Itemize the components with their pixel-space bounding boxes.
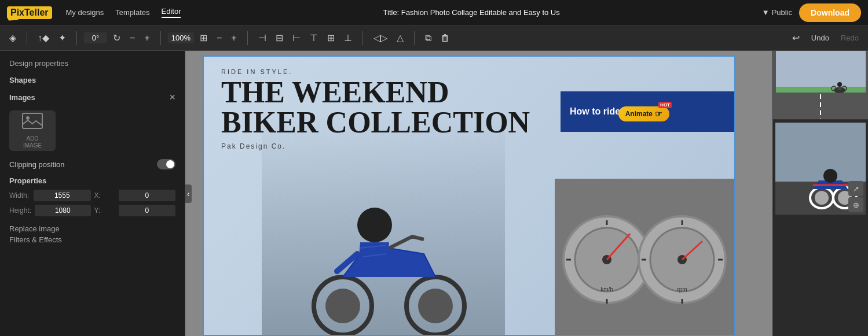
layer-order-group: ↑◆ ✦ — [34, 30, 69, 46]
toolbar-separator-5 — [362, 31, 363, 45]
speedometer-svg: km/h rpm — [555, 179, 734, 335]
chevron-down-icon: ▼ — [762, 8, 770, 17]
title-text: Fashion Photo Collage Editable and Easy … — [401, 8, 560, 17]
undo-label[interactable]: Undo — [808, 32, 833, 43]
title-line2: BIKER COLLECTION — [221, 108, 530, 138]
flip-v-icon[interactable]: △ — [393, 30, 407, 46]
toolbar: ◈ ↑◆ ✦ 0° ↻ − + 100% ⊞ − + ⊣ ⊟ ⊢ ⊤ ⊞ ⊥ ◁… — [0, 25, 868, 51]
add-to-collection-icon[interactable]: ⊕ — [848, 197, 863, 212]
shapes-label[interactable]: Shapes — [0, 72, 185, 88]
flip-h-icon[interactable]: ◁▷ — [370, 30, 391, 46]
redo-label[interactable]: Redo — [837, 32, 862, 43]
toolbar-separator-3 — [160, 31, 161, 45]
images-header: Images × — [0, 88, 185, 107]
moto-road-svg — [776, 51, 866, 119]
toolbar-separator-1 — [27, 31, 27, 45]
align-group: ⊣ ⊟ ⊢ ⊤ ⊞ ⊥ — [255, 30, 356, 46]
rotation-plus[interactable]: + — [141, 31, 153, 46]
add-image-button[interactable]: ADD IMAGE — [9, 110, 56, 151]
right-panel: ↗ ⊕ — [772, 51, 868, 336]
close-icon[interactable]: × — [169, 91, 175, 104]
logo-text: PixTeller — [10, 8, 49, 17]
svg-text:km/h: km/h — [600, 286, 613, 293]
properties-section: Properties Width: 1555 X: 0 Height: 1080… — [0, 174, 185, 219]
right-panel-image-2[interactable]: ↗ ⊕ — [775, 123, 866, 215]
design-properties-label: Design properties — [0, 57, 185, 72]
rotation-minus[interactable]: − — [126, 31, 138, 46]
align-top-icon[interactable]: ⊤ — [306, 30, 321, 46]
align-center-v-icon[interactable]: ⊞ — [324, 30, 338, 46]
add-image-label: ADD IMAGE — [23, 135, 42, 149]
rotation-group: 0° ↻ − + — [84, 30, 153, 46]
toolbar-separator-6 — [414, 31, 415, 45]
left-panel: Design properties Shapes Images × ADD IM… — [0, 51, 185, 336]
right-panel-image-1[interactable] — [773, 51, 868, 120]
svg-point-26 — [837, 82, 842, 87]
hot-badge: HOT — [658, 102, 672, 108]
nav-title: Title: Fashion Photo Collage Editable an… — [195, 8, 748, 17]
x-value[interactable]: 0 — [119, 190, 176, 201]
width-value[interactable]: 1555 — [34, 190, 91, 201]
align-bottom-icon[interactable]: ⊥ — [340, 30, 356, 46]
logo[interactable]: PixTeller — [7, 6, 52, 19]
filters-effects-link[interactable]: Filters & Effects — [9, 235, 175, 244]
undo-icon[interactable]: ↩ — [789, 30, 803, 46]
left-resize-handle[interactable]: ‹ — [185, 184, 192, 203]
zoom-value[interactable]: 100% — [168, 32, 194, 43]
bring-forward-icon[interactable]: ↑◆ — [34, 30, 53, 46]
canvas-area[interactable]: ‹ RIDE IN STYLE. THE WEEKEND BIKER COLLE… — [185, 51, 772, 336]
canvas-frame[interactable]: RIDE IN STYLE. THE WEEKEND BIKER COLLECT… — [203, 56, 735, 336]
replace-image-link[interactable]: Replace image — [9, 224, 175, 233]
svg-point-34 — [823, 169, 837, 183]
speedometer-area: km/h rpm — [555, 179, 734, 335]
y-row: Y: 0 — [94, 205, 176, 216]
moto-road-image — [773, 51, 868, 119]
canvas-content: RIDE IN STYLE. THE WEEKEND BIKER COLLECT… — [204, 57, 734, 335]
align-left-icon[interactable]: ⊣ — [255, 30, 270, 46]
biker-svg — [273, 127, 493, 335]
height-label: Height: — [9, 206, 31, 215]
zoom-group: 100% ⊞ − + — [168, 30, 240, 46]
share-icon[interactable]: ↗ — [848, 181, 863, 196]
width-label: Width: — [9, 191, 30, 200]
animate-button[interactable]: Animate ☞ HOT — [618, 106, 669, 121]
nav-my-designs[interactable]: My designs — [66, 8, 104, 17]
rotate-icon[interactable]: ↻ — [109, 30, 124, 46]
grid-icon[interactable]: ⊞ — [196, 30, 211, 46]
delete-icon[interactable]: 🗑 — [437, 31, 453, 46]
svg-text:rpm: rpm — [677, 286, 687, 293]
images-label[interactable]: Images — [9, 93, 35, 102]
nav-templates[interactable]: Templates — [115, 8, 149, 17]
y-label: Y: — [94, 206, 115, 215]
visibility-button[interactable]: ▼ Public — [762, 8, 792, 17]
navbar: PixTeller My designs Templates Editor Ti… — [0, 0, 868, 25]
nav-editor[interactable]: Editor — [162, 7, 181, 18]
bottom-links: Replace image Filters & Effects — [0, 219, 185, 244]
title-line1: THE WEEKEND — [221, 77, 530, 108]
height-row: Height: 1080 — [9, 205, 91, 216]
nav-right: ▼ Public Download — [762, 3, 861, 22]
toolbar-separator-4 — [247, 31, 248, 45]
move-icon[interactable]: ✦ — [55, 30, 69, 46]
ride-in-style-text: RIDE IN STYLE. — [221, 68, 530, 75]
zoom-plus[interactable]: + — [228, 31, 240, 46]
rotation-value[interactable]: 0° — [84, 32, 107, 43]
nav-links: My designs Templates Editor — [66, 7, 181, 18]
properties-grid: Width: 1555 X: 0 Height: 1080 Y: 0 — [9, 190, 175, 216]
title-prefix: Title: — [383, 8, 400, 17]
download-button[interactable]: Download — [799, 3, 861, 22]
align-right-icon[interactable]: ⊢ — [289, 30, 304, 46]
align-center-h-icon[interactable]: ⊟ — [272, 30, 287, 46]
height-value[interactable]: 1080 — [35, 205, 90, 216]
copy-icon[interactable]: ⧉ — [422, 31, 435, 46]
svg-rect-0 — [23, 113, 42, 128]
zoom-minus[interactable]: − — [213, 31, 225, 46]
clipping-toggle[interactable] — [157, 159, 175, 169]
y-value[interactable]: 0 — [119, 205, 176, 216]
layers-icon[interactable]: ◈ — [6, 30, 20, 46]
x-label: X: — [94, 191, 115, 200]
svg-point-31 — [815, 191, 829, 205]
clipping-position-row: Clipping position — [0, 154, 185, 174]
hand-cursor-icon: ☞ — [655, 109, 662, 119]
clipping-position-label: Clipping position — [9, 160, 64, 169]
